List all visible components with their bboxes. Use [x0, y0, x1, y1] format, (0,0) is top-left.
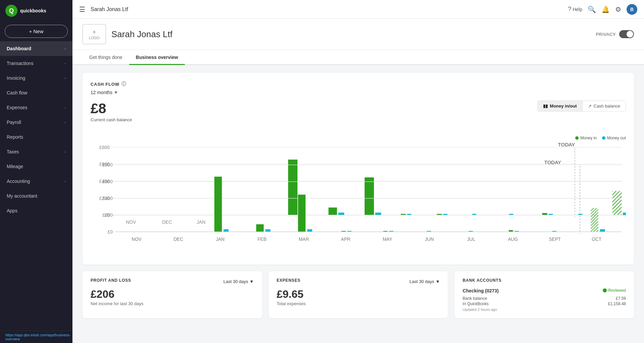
settings-icon[interactable]: ⚙: [615, 5, 621, 13]
sidebar-item-expenses[interactable]: Expenses›: [0, 100, 72, 115]
sidebar-chevron-icon: ›: [64, 150, 66, 154]
in-qb-label: In QuickBooks: [463, 301, 488, 306]
expenses-period-label: Last 30 days: [410, 279, 434, 284]
sidebar-item-my-accountant[interactable]: My accountant: [0, 189, 72, 203]
expenses-amount: £9.65: [277, 288, 440, 300]
sidebar-item-apps[interactable]: Apps: [0, 203, 72, 218]
sidebar-nav: Dashboard›Transactions›Invoicing›Cash fl…: [0, 41, 72, 331]
sidebar-item-cash-flow[interactable]: Cash flow: [0, 85, 72, 100]
expenses-title: EXPENSES: [277, 278, 301, 283]
sidebar-chevron-icon: ›: [64, 179, 66, 183]
bank-account-name: Checking (0273): [463, 288, 498, 293]
sidebar-item-mileage[interactable]: Mileage: [0, 159, 72, 174]
bank-account-row: Checking (0273) Reviewed: [463, 288, 626, 293]
cash-balance-button[interactable]: ↗ Cash balance: [583, 101, 626, 111]
avatar[interactable]: B: [627, 4, 637, 15]
money-inout-button[interactable]: ▮▮ Money in/out: [538, 101, 582, 111]
cash-balance-label: Cash balance: [594, 104, 621, 109]
cashflow-chart-container: ▮▮ Money in/out ↗ Cash balance £8 Curren…: [91, 100, 626, 257]
reviewed-dot-icon: [603, 288, 607, 292]
svg-text:£0: £0: [108, 229, 113, 234]
toggle-knob: [627, 31, 633, 38]
money-out-dot: [602, 136, 605, 140]
bar-mar-in: [365, 178, 374, 215]
svg-text:DEC: DEC: [162, 219, 172, 225]
svg-text:NOV: NOV: [131, 237, 142, 242]
svg-text:DEC: DEC: [173, 237, 183, 242]
main-content: ☰ Sarah Jonas Ltf ? Help 🔍 🔔 ⚙ B + LOGO …: [72, 0, 644, 343]
svg-text:APR: APR: [341, 237, 350, 242]
logo-text: quickbooks: [20, 8, 46, 13]
line-chart-icon: ↗: [588, 104, 592, 109]
hamburger-icon[interactable]: ☰: [79, 5, 85, 13]
sidebar-item-label: Apps: [7, 208, 66, 213]
expenses-sub-label: Total expenses: [277, 301, 440, 306]
profit-loss-period-selector[interactable]: Last 30 days ▼: [223, 279, 254, 284]
sidebar-item-label: Accounting: [7, 179, 64, 184]
cashflow-help-icon[interactable]: ⓘ: [121, 81, 126, 87]
expenses-card: EXPENSES Last 30 days ▼ £9.65 Total expe…: [269, 271, 448, 318]
sidebar-chevron-icon: ›: [64, 47, 66, 51]
updated-timestamp: Updated 2 hours ago: [463, 307, 626, 312]
money-in-dot: [575, 136, 579, 140]
profit-loss-header: PROFIT AND LOSS Last 30 days ▼: [91, 278, 254, 285]
help-icon: ?: [568, 6, 571, 13]
dashboard-content: CASH FLOW ⓘ 12 months ▼ ▮▮ Money in/out: [72, 65, 644, 326]
svg-rect-36: [307, 229, 312, 231]
bar-chart-icon: ▮▮: [543, 104, 548, 109]
expenses-header: EXPENSES Last 30 days ▼: [277, 278, 440, 285]
cashflow-title: CASH FLOW ⓘ: [91, 81, 626, 87]
help-button[interactable]: ? Help: [568, 6, 582, 13]
bank-balance-row: Bank balance £7.59: [463, 296, 626, 301]
sidebar-item-label: Expenses: [7, 105, 64, 110]
cashflow-period-label: 12 months: [91, 90, 112, 95]
profit-loss-chevron-icon: ▼: [250, 279, 254, 284]
sidebar-item-payroll[interactable]: Payroll›: [0, 115, 72, 130]
cashflow-period-chevron-icon: ▼: [114, 90, 118, 95]
sidebar-item-label: Cash flow: [7, 90, 66, 95]
sidebar-logo-area: Q quickbooks: [0, 0, 72, 21]
notifications-icon[interactable]: 🔔: [601, 5, 610, 13]
profit-loss-title: PROFIT AND LOSS: [91, 278, 131, 283]
svg-rect-34: [265, 229, 270, 231]
new-button[interactable]: + New: [5, 25, 68, 38]
logo-plus-icon: +: [93, 29, 96, 36]
svg-text:TODAY: TODAY: [558, 143, 575, 147]
svg-text:TODAY: TODAY: [544, 161, 561, 165]
bank-balance-label: Bank balance: [463, 296, 487, 301]
chart-toggle-buttons: ▮▮ Money in/out ↗ Cash balance: [537, 100, 626, 112]
sidebar-item-accounting[interactable]: Accounting›: [0, 174, 72, 189]
profit-loss-card: PROFIT AND LOSS Last 30 days ▼ £206 Net …: [83, 271, 262, 318]
tabs-bar: Get things done Business overview: [72, 50, 644, 65]
header-company-name: Sarah Jonas Ltf: [91, 6, 568, 12]
svg-rect-32: [224, 229, 229, 231]
logo-upload-placeholder[interactable]: + LOGO: [83, 24, 106, 44]
cashflow-period-selector[interactable]: 12 months ▼: [91, 90, 626, 95]
privacy-toggle-switch[interactable]: [619, 30, 634, 38]
sidebar-item-taxes[interactable]: Taxes›: [0, 144, 72, 159]
sidebar-item-dashboard[interactable]: Dashboard›: [0, 41, 72, 56]
sidebar-item-invoicing[interactable]: Invoicing›: [0, 71, 72, 85]
sidebar-item-transactions[interactable]: Transactions›: [0, 56, 72, 71]
current-cash-balance-label: Current cash balance: [91, 117, 626, 122]
svg-text:SEPT: SEPT: [549, 237, 561, 242]
sidebar-item-reports[interactable]: Reports: [0, 130, 72, 144]
bar-feb-in: [328, 208, 337, 215]
sidebar: Q quickbooks + New Dashboard›Transaction…: [0, 0, 72, 343]
svg-text:Q: Q: [9, 7, 14, 14]
bank-accounts-title: BANK ACCOUNTS: [463, 278, 501, 283]
tab-get-things-done[interactable]: Get things done: [83, 50, 129, 65]
content-area: + LOGO Sarah Jonas Ltf PRIVACY Get thing…: [72, 19, 644, 343]
svg-text:OCT: OCT: [592, 237, 602, 242]
expenses-period-selector[interactable]: Last 30 days ▼: [410, 279, 440, 284]
bank-accounts-header: BANK ACCOUNTS: [463, 278, 626, 285]
tab-business-overview[interactable]: Business overview: [129, 50, 185, 65]
search-icon[interactable]: 🔍: [588, 5, 596, 13]
status-bar-url: https://app.qbo.intuit.com/app/business-…: [0, 331, 72, 343]
bank-amounts-area: Bank balance £7.59 In QuickBooks £1,158.…: [463, 296, 626, 312]
privacy-toggle-area: PRIVACY: [596, 30, 634, 38]
svg-rect-43: [509, 230, 513, 232]
logo-placeholder-label: LOGO: [89, 36, 100, 40]
svg-text:JAN: JAN: [216, 237, 225, 242]
svg-text:JUN: JUN: [425, 237, 434, 242]
